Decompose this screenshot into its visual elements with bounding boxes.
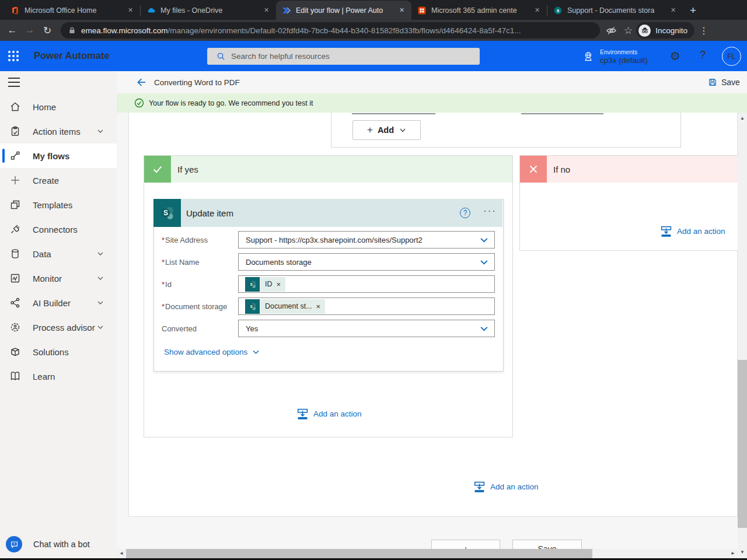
site-address-dropdown[interactable]: Support - https://cp3x.sharepoint.com/si… [238, 231, 495, 249]
add-action-link-if-yes[interactable]: Add an action [296, 408, 362, 420]
chevron-down-icon [97, 128, 104, 135]
condition-add-button[interactable]: + Add [352, 120, 421, 140]
tab-onedrive[interactable]: My files - OneDrive × [141, 1, 276, 20]
sidebar-item-label: Action items [33, 127, 81, 136]
address-bar[interactable]: emea.flow.microsoft.com /manage/environm… [61, 22, 600, 38]
add-action-link-bottom[interactable]: Add an action [473, 481, 539, 493]
reload-icon[interactable]: ↻ [39, 24, 56, 37]
update-item-header[interactable]: S Update item [153, 199, 502, 227]
templates-icon [9, 199, 21, 211]
bookmark-star-icon[interactable]: ☆ [624, 26, 633, 36]
svg-text:S: S [163, 209, 167, 217]
svg-text:S: S [250, 304, 253, 308]
horizontal-scroll-thumb[interactable] [126, 549, 592, 558]
url-path: /manage/environments/Default-02fdfd4b-7b… [168, 26, 521, 35]
tab-close-icon[interactable]: × [397, 5, 407, 15]
if-no-header[interactable]: If no [520, 156, 738, 183]
sidebar-item-create[interactable]: Create [0, 168, 117, 192]
scroll-left-icon[interactable]: ◄ [117, 549, 126, 558]
document-storage-input[interactable]: S Document st... × [238, 298, 495, 315]
home-icon [9, 101, 21, 113]
chevron-down-icon [97, 324, 104, 331]
required-asterisk: * [162, 236, 165, 244]
required-asterisk: * [162, 280, 165, 289]
save-flow-label: Save [513, 540, 581, 549]
if-yes-title: If yes [177, 164, 198, 174]
chat-with-bot-button[interactable]: Chat with a bot [0, 532, 117, 556]
header-search-box[interactable] [207, 48, 480, 65]
tab-close-icon[interactable]: × [668, 5, 678, 15]
tab-office-home[interactable]: Microsoft Office Home × [5, 1, 140, 20]
help-circle-icon[interactable]: ? [460, 208, 470, 218]
new-step-button[interactable]: + New step [431, 540, 500, 549]
sidebar-item-learn[interactable]: Learn [0, 364, 117, 388]
id-input[interactable]: S ID × [238, 275, 495, 293]
sidebar-item-label: Home [33, 102, 56, 112]
sidebar-item-home[interactable]: Home [0, 94, 117, 119]
if-yes-header[interactable]: If yes [144, 156, 512, 183]
add-action-label: Add an action [490, 482, 539, 491]
svg-text:s: s [557, 8, 560, 13]
field-label: *List Name [162, 258, 200, 267]
tab-close-icon[interactable]: × [532, 5, 542, 15]
save-flow-button[interactable]: Save [512, 540, 582, 549]
token-remove-icon[interactable]: × [277, 280, 281, 289]
banner-close-icon[interactable]: × [608, 5, 618, 15]
scroll-down-icon[interactable]: ▼ [738, 548, 747, 557]
app-title: Power Automate [34, 50, 110, 61]
x-icon [520, 156, 547, 183]
sidebar-item-process-advisor[interactable]: Process advisor [0, 315, 117, 340]
help-icon[interactable]: ? [700, 49, 706, 61]
flow-toolbar: Converting Word to PDF Save Flow checker… [117, 71, 747, 93]
environment-picker[interactable]: Environments cp3x (default) [582, 46, 648, 68]
sidebar-item-ai-builder[interactable]: AI Builder [0, 290, 117, 315]
scroll-right-icon[interactable]: ► [728, 549, 738, 558]
sharepoint-icon: S [245, 277, 260, 292]
horizontal-scrollbar[interactable]: ◄ ► [117, 549, 738, 558]
tab-title: Microsoft Office Home [25, 6, 123, 15]
sharepoint-icon: S [153, 199, 181, 227]
show-advanced-options-link[interactable]: Show advanced options [164, 348, 260, 356]
book-icon [9, 370, 21, 382]
environment-globe-icon [582, 51, 594, 62]
tab-close-icon[interactable]: × [125, 5, 135, 15]
tab-power-automate-active[interactable]: Edit your flow | Power Auto × [276, 1, 411, 20]
search-input[interactable] [231, 52, 453, 61]
hamburger-menu-icon[interactable] [8, 78, 20, 87]
sidebar-item-solutions[interactable]: Solutions [0, 340, 117, 364]
save-button[interactable]: Save [708, 78, 740, 87]
incognito-label: Incognito [655, 26, 687, 35]
vertical-scrollbar[interactable]: ▲ ▼ [738, 113, 747, 558]
scroll-up-icon[interactable]: ▲ [738, 114, 747, 123]
forward-icon[interactable]: → [21, 24, 39, 36]
sidebar-item-connectors[interactable]: Connectors [0, 217, 117, 242]
token-remove-icon[interactable]: × [316, 302, 321, 311]
back-arrow-icon[interactable] [135, 76, 147, 88]
sidebar-item-action-items[interactable]: Action items [0, 119, 117, 144]
avatar[interactable]: FL [722, 47, 741, 66]
sidebar-item-my-flows[interactable]: My flows [0, 144, 117, 168]
browser-menu-icon[interactable]: ⋮ [699, 25, 708, 36]
add-action-link-if-no[interactable]: Add an action [660, 225, 725, 237]
ellipsis-menu-icon[interactable]: ··· [483, 205, 497, 217]
converted-dropdown[interactable]: Yes [238, 320, 495, 337]
sidebar-item-monitor[interactable]: Monitor [0, 266, 117, 290]
back-icon[interactable]: ← [4, 24, 21, 36]
vertical-scroll-thumb[interactable] [738, 360, 747, 528]
dynamic-content-token[interactable]: S ID × [245, 277, 285, 292]
settings-gear-icon[interactable]: ⚙ [670, 49, 680, 63]
list-name-dropdown[interactable]: Documents storage [238, 253, 495, 271]
sidebar-item-templates[interactable]: Templates [0, 192, 117, 217]
chevron-down-icon [480, 324, 488, 333]
tab-m365-admin[interactable]: Microsoft 365 admin cente × [411, 1, 547, 20]
new-tab-button[interactable]: + [690, 5, 696, 16]
visibility-off-icon[interactable] [606, 25, 617, 36]
insert-action-icon [473, 481, 486, 493]
tab-close-icon[interactable]: × [261, 5, 271, 15]
flow-title: Converting Word to PDF [154, 78, 240, 87]
action-title: Update item [186, 208, 233, 218]
svg-text:S: S [250, 282, 253, 286]
app-launcher-waffle-icon[interactable] [8, 51, 19, 61]
sidebar-item-data[interactable]: Data [0, 242, 117, 266]
dynamic-content-token[interactable]: S Document st... × [245, 299, 325, 314]
